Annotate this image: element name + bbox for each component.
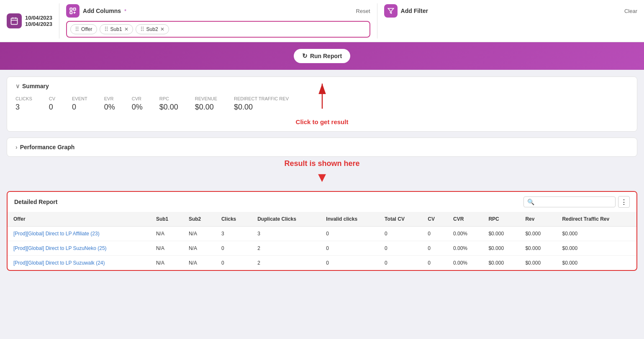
- table-row: [Prod][Global] Direct to LP Suzuwalk (24…: [8, 256, 636, 270]
- summary-metric: CLICKS3: [15, 96, 32, 112]
- chip-drag-icon: ⠿: [104, 26, 108, 33]
- metric-value: 3: [15, 103, 32, 112]
- table-cell: 0: [216, 256, 251, 270]
- table-cell: 0: [216, 241, 251, 256]
- summary-metric: EVR0%: [104, 96, 115, 112]
- table-column-header[interactable]: Offer: [8, 212, 150, 227]
- annotation-area: Click to get result: [15, 118, 629, 125]
- metric-value: $0.00: [195, 103, 217, 112]
- chip-remove-icon[interactable]: ✕: [124, 26, 128, 32]
- table-column-header[interactable]: Clicks: [216, 212, 251, 227]
- table-cell: 2: [251, 256, 320, 270]
- run-report-icon: ↻: [302, 52, 308, 60]
- columns-chips-container: ⠿Offer⠿Sub1✕⠿Sub2✕: [66, 21, 370, 38]
- filter-label: Add Filter: [401, 8, 428, 14]
- calendar-icon[interactable]: [7, 13, 22, 28]
- summary-metric: RPC$0.00: [159, 96, 178, 112]
- chip-label: Sub1: [110, 26, 122, 32]
- detailed-report-controls: 🔍 ⋮: [523, 196, 630, 208]
- table-cell[interactable]: [Prod][Global] Direct to LP Suzuwalk (24…: [8, 256, 150, 270]
- chip-label: Offer: [81, 26, 92, 32]
- table-cell: 0: [320, 256, 379, 270]
- table-cell: 0.00%: [447, 227, 482, 241]
- table-cell: 2: [251, 241, 320, 256]
- table-cell: N/A: [183, 256, 216, 270]
- table-row: [Prod][Global] Direct to LP Affiliate (2…: [8, 227, 636, 241]
- column-chip[interactable]: ⠿Sub1✕: [100, 24, 133, 34]
- clear-button[interactable]: Clear: [624, 8, 637, 14]
- offer-link[interactable]: [Prod][Global] Direct to LP Affiliate (2…: [13, 231, 100, 237]
- table-cell: $0.000: [482, 227, 519, 241]
- offer-link[interactable]: [Prod][Global] Direct to LP SuzuNeko (25…: [13, 245, 107, 251]
- filter-icon[interactable]: [384, 4, 398, 18]
- table-column-header[interactable]: Rev: [519, 212, 556, 227]
- table-cell: 0: [422, 241, 447, 256]
- metric-label: EVR: [104, 96, 115, 101]
- table-row: [Prod][Global] Direct to LP SuzuNeko (25…: [8, 241, 636, 256]
- metric-label: EVENT: [72, 96, 87, 101]
- search-icon: 🔍: [527, 199, 534, 205]
- table-cell[interactable]: [Prod][Global] Direct to LP Affiliate (2…: [8, 227, 150, 241]
- table-cell: 0: [422, 227, 447, 241]
- run-report-button[interactable]: ↻ Run Report: [294, 49, 350, 63]
- date-start: 10/04/2023: [25, 15, 52, 21]
- detailed-report-section: Detailed Report 🔍 ⋮ OfferSub1Sub2ClicksD…: [7, 191, 637, 271]
- table-cell: 0: [320, 227, 379, 241]
- table-cell: N/A: [150, 241, 183, 256]
- search-input[interactable]: [537, 199, 612, 205]
- svg-rect-6: [70, 12, 72, 14]
- summary-collapse-icon: ∨: [15, 83, 20, 89]
- chip-drag-icon: ⠿: [140, 26, 144, 33]
- svg-rect-5: [74, 8, 76, 10]
- table-column-header[interactable]: Duplicate Clicks: [251, 212, 320, 227]
- chip-label: Sub2: [146, 26, 158, 32]
- chip-remove-icon[interactable]: ✕: [160, 26, 164, 32]
- main-content: ∨ Summary CLICKS3CV0EVENT0EVR0%CVR0%RPC$…: [0, 70, 644, 278]
- table-column-header[interactable]: Total CV: [379, 212, 422, 227]
- metric-value: 0: [72, 103, 87, 112]
- table-cell: N/A: [183, 241, 216, 256]
- table-column-header[interactable]: Invalid clicks: [320, 212, 379, 227]
- table-column-header[interactable]: CVR: [447, 212, 482, 227]
- table-cell: $0.000: [556, 241, 636, 256]
- summary-metric: CV0: [49, 96, 55, 112]
- table-body: [Prod][Global] Direct to LP Affiliate (2…: [8, 227, 636, 270]
- table-cell: 0: [320, 241, 379, 256]
- reset-button[interactable]: Reset: [356, 8, 370, 14]
- table-cell: $0.000: [482, 241, 519, 256]
- table-cell: 0.00%: [447, 241, 482, 256]
- column-chip[interactable]: ⠿Sub2✕: [136, 24, 169, 34]
- more-options-button[interactable]: ⋮: [618, 196, 630, 208]
- table-column-header[interactable]: Redirect Traffic Rev: [556, 212, 636, 227]
- top-bar: 10/04/2023 10/04/2023 Add Columns * Rese…: [0, 0, 644, 42]
- filter-section: Add Filter Clear: [377, 0, 644, 42]
- table-cell: 0.00%: [447, 256, 482, 270]
- table-cell[interactable]: [Prod][Global] Direct to LP SuzuNeko (25…: [8, 241, 150, 256]
- result-shown-annotation: Result is shown here ▼: [7, 159, 637, 189]
- metric-value: 0%: [104, 103, 115, 112]
- add-columns-section: Add Columns * Reset ⠿Offer⠿Sub1✕⠿Sub2✕: [59, 0, 377, 42]
- perf-header[interactable]: › Performance Graph: [15, 144, 629, 150]
- click-to-get-result: Click to get result: [15, 118, 629, 125]
- metric-value: 0%: [132, 103, 143, 112]
- arrow-down-icon: ▼: [7, 170, 637, 185]
- add-columns-icon[interactable]: [66, 4, 80, 18]
- table-column-header[interactable]: RPC: [482, 212, 519, 227]
- svg-rect-4: [70, 8, 72, 10]
- columns-header: Add Columns * Reset: [66, 4, 370, 18]
- table-column-header[interactable]: Sub1: [150, 212, 183, 227]
- date-end: 10/04/2023: [25, 21, 52, 27]
- table-cell: $0.000: [482, 256, 519, 270]
- metric-label: CVR: [132, 96, 143, 101]
- table-header: OfferSub1Sub2ClicksDuplicate ClicksInval…: [8, 212, 636, 227]
- table-column-header[interactable]: CV: [422, 212, 447, 227]
- run-report-bar: ↻ Run Report: [0, 42, 644, 70]
- summary-metric: EVENT0: [72, 96, 87, 112]
- column-chip[interactable]: ⠿Offer: [70, 24, 97, 34]
- table-column-header[interactable]: Sub2: [183, 212, 216, 227]
- metric-label: CV: [49, 96, 55, 101]
- run-report-label: Run Report: [310, 53, 342, 59]
- offer-link[interactable]: [Prod][Global] Direct to LP Suzuwalk (24…: [13, 260, 105, 266]
- search-box: 🔍: [523, 196, 616, 207]
- metric-label: CLICKS: [15, 96, 32, 101]
